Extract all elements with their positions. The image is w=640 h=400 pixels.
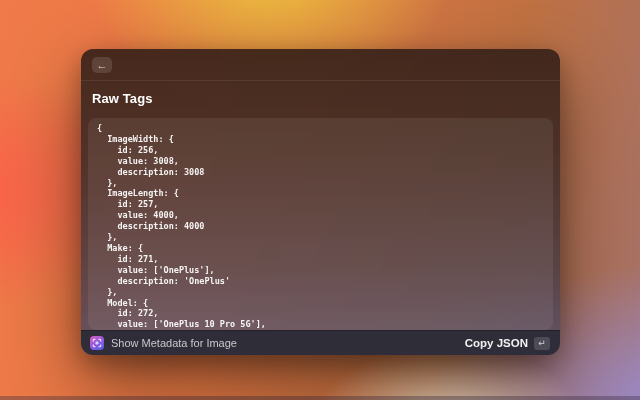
window-nav-bar: ← <box>81 49 560 81</box>
image-metadata-extension-icon <box>90 336 104 350</box>
back-arrow-icon: ← <box>97 58 108 72</box>
raw-tags-json-text: { ImageWidth: { id: 256, value: 3008, de… <box>88 118 553 330</box>
command-title: Show Metadata for Image <box>111 337 237 349</box>
action-bar-context: Show Metadata for Image <box>90 336 237 350</box>
action-bar: Show Metadata for Image Copy JSON ↵ <box>81 330 560 355</box>
title-row: Raw Tags <box>81 81 560 111</box>
page-title: Raw Tags <box>92 91 549 106</box>
background-bottom-strip <box>0 396 640 400</box>
raw-tags-code-panel[interactable]: { ImageWidth: { id: 256, value: 3008, de… <box>88 118 553 330</box>
raw-tags-window: ← Raw Tags { ImageWidth: { id: 256, valu… <box>81 49 560 355</box>
back-button[interactable]: ← <box>92 57 112 73</box>
return-key-icon: ↵ <box>538 338 546 349</box>
enter-key-badge: ↵ <box>534 337 550 350</box>
desktop-background: ← Raw Tags { ImageWidth: { id: 256, valu… <box>0 0 640 400</box>
copy-json-action[interactable]: Copy JSON ↵ <box>463 335 552 352</box>
copy-json-label: Copy JSON <box>465 337 528 349</box>
